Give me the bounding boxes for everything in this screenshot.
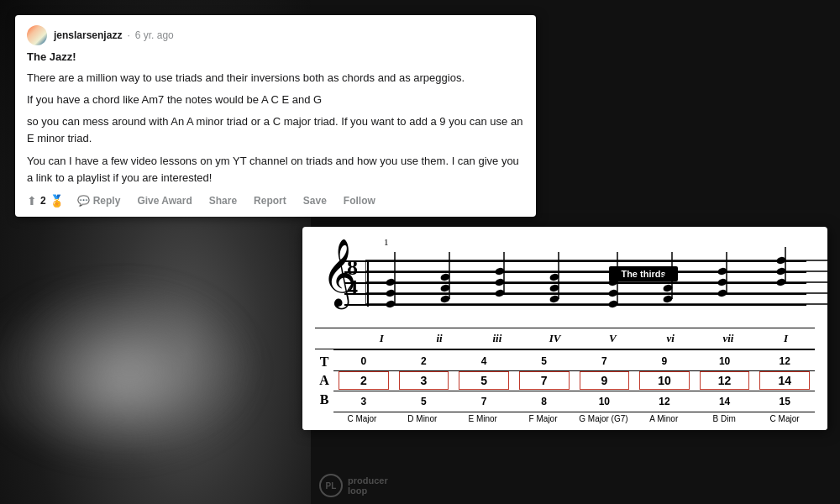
tab-letter-b: B (320, 392, 329, 407)
comment-paragraph-1: There are a million way to use triads an… (27, 70, 524, 87)
comment-card: jenslarsenjazz · 6 yr. ago The Jazz! The… (15, 15, 536, 217)
roman-2: ii (411, 332, 469, 345)
chord-name-2: D Minor (392, 414, 453, 423)
tab-bot-4: 8 (514, 393, 575, 410)
tab-bot-2: 5 (394, 393, 454, 410)
tab-section: T A B 0 2 4 5 7 9 10 12 (302, 349, 827, 430)
tab-mid-8: 14 (759, 371, 810, 390)
comment-paragraph-3: so you can mess around with An A minor t… (27, 113, 524, 147)
reply-bubble-icon: 💬 (77, 195, 90, 207)
comment-meta: jenslarsenjazz · 6 yr. ago (54, 29, 174, 41)
chord-names-row: C Major D Minor E Minor F Major G Major … (315, 414, 815, 423)
tab-bot-8: 15 (754, 393, 815, 410)
roman-6: vi (642, 332, 700, 345)
music-notation: 𝄞 8 4 1 (302, 227, 827, 349)
tab-top-4: 5 (514, 352, 575, 370)
tab-bot-3: 7 (454, 393, 514, 410)
vote-section: ⬆ 2 🏅 (27, 194, 64, 207)
tab-grid: 0 2 4 5 7 9 10 12 2 3 5 7 9 10 1 (333, 349, 815, 412)
chord-name-7: B Dim (694, 414, 754, 423)
chord-name-spacer (315, 414, 332, 423)
share-button[interactable]: Share (206, 193, 240, 208)
watermark-logo: PL (319, 474, 343, 497)
roman-3: iii (469, 332, 527, 345)
watermark-text: producerloop (348, 475, 388, 496)
report-button[interactable]: Report (250, 193, 290, 208)
chord-name-3: E Minor (453, 414, 513, 423)
tab-bot-5: 10 (575, 393, 635, 410)
tab-bot-7: 14 (695, 393, 755, 410)
roman-7: vii (700, 332, 758, 345)
avatar (27, 25, 47, 45)
comment-header: jenslarsenjazz · 6 yr. ago (27, 25, 524, 45)
upvote-icon[interactable]: ⬆ (27, 194, 37, 207)
music-notes-svg: The thirds (365, 235, 827, 328)
tab-top-1: 0 (333, 352, 394, 370)
roman-5: V (584, 332, 642, 345)
timestamp: 6 yr. ago (135, 29, 174, 41)
post-title: The Jazz! (27, 50, 524, 63)
tab-mid-7: 12 (700, 371, 750, 390)
tab-bot-6: 12 (634, 393, 695, 410)
tab-letters: T A B (315, 349, 333, 412)
watermark: PL producerloop (319, 474, 388, 497)
follow-button[interactable]: Follow (340, 193, 379, 208)
tab-mid-3: 5 (459, 371, 509, 390)
tab-top-3: 4 (454, 352, 514, 370)
chord-name-4: F Major (513, 414, 574, 423)
chord-name-6: A Minor (633, 414, 694, 423)
tab-mid-6: 10 (639, 371, 690, 390)
comment-body: There are a million way to use triads an… (27, 70, 524, 186)
award-medal-icon: 🏅 (50, 194, 64, 207)
chord-name-1: C Major (332, 414, 392, 423)
comment-actions: ⬆ 2 🏅 💬 Reply Give Award Share Report Sa… (27, 193, 524, 208)
svg-text:The thirds: The thirds (621, 269, 665, 279)
tab-mid-5: 9 (580, 371, 630, 390)
reply-button[interactable]: 💬 Reply (74, 193, 124, 208)
music-card: 𝄞 8 4 1 (302, 227, 827, 430)
tab-top-8: 12 (754, 352, 815, 370)
vote-count: 2 (40, 195, 46, 207)
chord-name-8: C Major (754, 414, 815, 423)
tab-top-2: 2 (394, 352, 454, 370)
tab-top-6: 9 (634, 352, 695, 370)
tab-mid-4: 7 (519, 371, 570, 390)
roman-4: IV (526, 332, 584, 345)
staff-area: 𝄞 8 4 1 (315, 235, 815, 328)
tab-mid-1: 2 (339, 371, 389, 390)
roman-1: I (353, 332, 411, 345)
comment-paragraph-4: You can I have a few video lessons on ym… (27, 153, 524, 186)
tab-letter-t: T (320, 354, 329, 370)
tab-mid-row: 2 3 5 7 9 10 12 14 (333, 369, 815, 392)
username[interactable]: jenslarsenjazz (54, 29, 122, 41)
give-award-button[interactable]: Give Award (134, 193, 195, 208)
smoke-layer-2 (25, 294, 235, 420)
roman-numerals-row: I ii iii IV V vi vii I (315, 328, 815, 349)
chord-name-5: G Major (G7) (574, 414, 634, 423)
tab-top-5: 7 (575, 352, 635, 370)
roman-8: I (757, 332, 815, 345)
tab-top-row: 0 2 4 5 7 9 10 12 (333, 352, 815, 370)
tab-top-7: 10 (695, 352, 755, 370)
tab-letter-a: A (319, 373, 329, 388)
tab-bot-row: 3 5 7 8 10 12 14 15 (333, 393, 815, 410)
tab-mid-2: 3 (399, 371, 449, 390)
comment-paragraph-2: If you have a chord like Am7 the notes w… (27, 92, 524, 108)
tab-bot-1: 3 (333, 393, 394, 410)
save-button[interactable]: Save (300, 193, 330, 208)
separator: · (127, 29, 129, 41)
